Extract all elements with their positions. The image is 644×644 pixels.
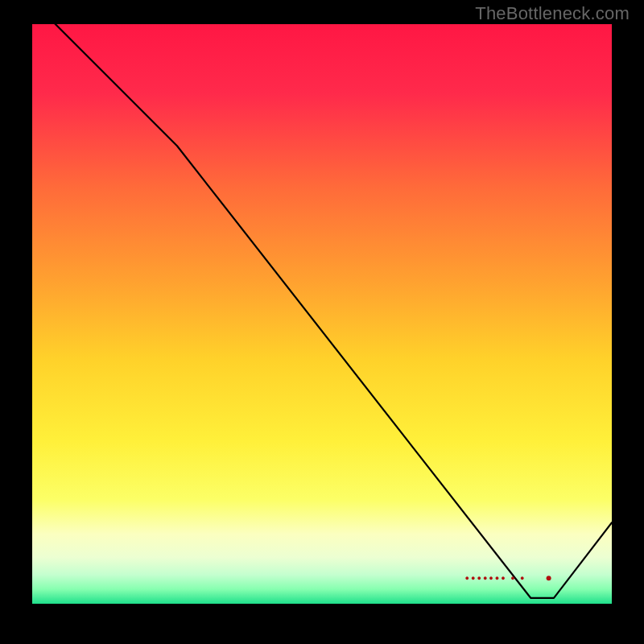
chart-stage: TheBottleneck.com xyxy=(0,0,644,644)
watermark-text: TheBottleneck.com xyxy=(475,3,630,24)
chart-svg: ●●●●●●● ● ● xyxy=(0,0,644,644)
plot-background xyxy=(32,24,612,604)
chart-annotation-dot xyxy=(547,576,551,580)
chart-annotation: ●●●●●●● ● ● xyxy=(465,574,526,582)
